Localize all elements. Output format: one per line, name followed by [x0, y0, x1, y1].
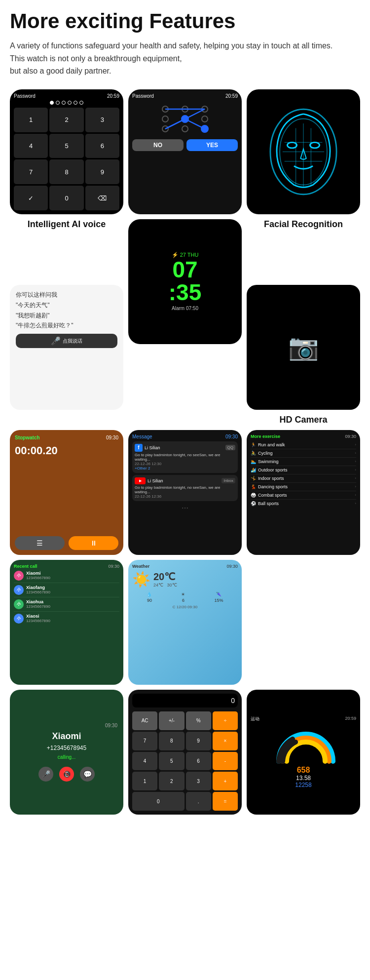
pin-dot-5	[74, 101, 77, 105]
msg-item-2[interactable]: ▶ Li Silian Inbox Go to play badminton t…	[132, 475, 238, 501]
rain-icon: 🌂	[216, 592, 222, 597]
msg-sender1: Li Silian	[145, 445, 160, 450]
calc-plus-minus[interactable]: +/-	[159, 711, 184, 730]
calc-2[interactable]: 2	[159, 772, 184, 790]
calc-6[interactable]: 6	[186, 752, 211, 771]
spacer1	[10, 415, 123, 425]
pin-key-del[interactable]: ⌫	[85, 186, 119, 210]
call-item-xiaofang[interactable]: 小 Xiaofang 12345667890	[14, 583, 119, 597]
calc-5[interactable]: 5	[159, 752, 184, 771]
pin-dot-3	[62, 101, 66, 105]
call-item-xiaosi[interactable]: 小 Xiaosi 12345667890	[14, 612, 119, 626]
weather-temp: 20℃	[153, 571, 177, 583]
ai-voice-label: Intelligent AI voice	[28, 219, 106, 230]
exercise-dancing[interactable]: 💃 Dancing sports ›	[251, 483, 356, 491]
page-subtitle: A variety of functions safeguard your he…	[10, 39, 360, 78]
cycling-chevron: ›	[355, 451, 356, 455]
sports-time: 20:59	[345, 716, 356, 722]
calling-status: calling...	[58, 754, 76, 760]
ai-ex2: "我想听越剧"	[16, 312, 117, 320]
msg-item-1[interactable]: f Li Silian QQ Go to play badminton toni…	[132, 441, 238, 473]
face-recognition-icon	[247, 89, 360, 214]
exercise-indoor[interactable]: 🤸 Indoor sports ›	[251, 474, 356, 483]
calc-7[interactable]: 7	[132, 732, 157, 750]
exercise-combat[interactable]: 🥋 Combat sports ›	[251, 491, 356, 500]
pin-key-4[interactable]: 4	[14, 134, 48, 158]
calc-divide[interactable]: ÷	[213, 711, 238, 730]
pin-key-0[interactable]: 0	[49, 186, 83, 210]
calling-card: 09:30 Xiaomi +12345678945 calling... 🎤 📵…	[10, 690, 123, 815]
pin-key-7[interactable]: 7	[14, 159, 48, 184]
calc-3[interactable]: 3	[186, 772, 211, 790]
exercise-run[interactable]: 🏃 Run and walk ›	[251, 441, 356, 449]
weather-card: Weather 09:30 ☀️ 20℃ 24℃ 30℃ 💧 90	[128, 560, 242, 685]
mic-button[interactable]: 🎤	[38, 767, 53, 782]
call-item-xiaohua[interactable]: 小 Xiaohua 12345667890	[14, 597, 119, 612]
calls-label: Recent call	[14, 564, 37, 569]
calc-1[interactable]: 1	[132, 772, 157, 790]
calc-ac[interactable]: AC	[132, 711, 157, 730]
calc-plus[interactable]: +	[213, 772, 238, 790]
calc-9[interactable]: 9	[186, 732, 211, 750]
calc-percent[interactable]: %	[186, 711, 211, 730]
pin-label: Password	[14, 93, 36, 99]
pin-key-check[interactable]: ✓	[14, 186, 48, 210]
clock-min: :35	[169, 281, 201, 304]
call-item-xiaomi[interactable]: 小 Xiaomi 12345667890	[14, 569, 119, 583]
exercise-run-label: Run and walk	[258, 442, 355, 447]
calc-multiply[interactable]: ×	[213, 732, 238, 750]
stopwatch-menu-btn[interactable]: ☰	[15, 536, 65, 550]
pin-key-5[interactable]: 5	[49, 134, 83, 158]
outdoor-chevron: ›	[355, 468, 356, 472]
exercise-ball[interactable]: ⚽ Ball sports ›	[251, 500, 356, 508]
calc-4[interactable]: 4	[132, 752, 157, 771]
row5: 09:30 Xiaomi +12345678945 calling... 🎤 📵…	[10, 690, 360, 815]
pin-key-1[interactable]: 1	[14, 108, 48, 132]
message-button[interactable]: 💬	[80, 767, 95, 782]
facial-recognition-label: Facial Recognition	[264, 219, 343, 230]
end-call-button[interactable]: 📵	[59, 767, 74, 782]
pin-key-3[interactable]: 3	[85, 108, 119, 132]
pattern-yes-btn[interactable]: YES	[186, 139, 238, 151]
calc-equals[interactable]: =	[213, 792, 238, 811]
pin-key-9[interactable]: 9	[85, 159, 119, 184]
calc-keypad: AC +/- % ÷ 7 8 9 × 4 5 6 - 1 2 3 + 0 . =	[132, 711, 238, 811]
calc-0[interactable]: 0	[132, 792, 185, 811]
exercise-cycling[interactable]: 🚴 Cycling ›	[251, 449, 356, 458]
stopwatch-pause-btn[interactable]: ⏸	[69, 536, 118, 550]
calc-dot[interactable]: .	[186, 792, 211, 811]
ai-speak-button[interactable]: 🎤 点我说话	[16, 334, 117, 348]
pin-key-6[interactable]: 6	[85, 134, 119, 158]
facial-label-cell: Facial Recognition	[247, 219, 360, 230]
calling-name: Xiaomi	[52, 731, 81, 742]
call-name-xiaomi: Xiaomi	[26, 571, 50, 576]
exercise-outdoor[interactable]: 🏄 Outdoor sports ›	[251, 466, 356, 474]
pattern-no-btn[interactable]: NO	[132, 139, 184, 151]
uv-icon: ☀	[181, 592, 185, 597]
pattern-label: Password	[132, 93, 154, 99]
exercise-swimming[interactable]: 🏊 Swimming ›	[251, 458, 356, 466]
hd-camera-label: HD Camera	[279, 415, 327, 425]
ai-btn-label: 点我说话	[63, 338, 82, 345]
gauge-chart	[274, 724, 333, 764]
svg-point-5	[202, 116, 208, 122]
youtube-icon: ▶	[135, 477, 146, 484]
exercise-combat-label: Combat sports	[258, 493, 355, 498]
msg-date2: 22-12-26 12:36	[135, 494, 235, 499]
msg-content2: Go to play badminton tonight, no seeSan,…	[135, 485, 235, 494]
stopwatch-card: Stopwatch 09:30 00:00.20 ☰ ⏸	[10, 430, 123, 555]
sports-card: 运动 20:59 658 13.58 1225	[247, 690, 360, 815]
dancing-chevron: ›	[355, 484, 356, 489]
msg-other: +Other 2	[135, 466, 235, 470]
pin-key-8[interactable]: 8	[49, 159, 83, 184]
msg-loading-icon: ⋯	[132, 504, 238, 512]
pin-dot-2	[56, 101, 60, 105]
outdoor-icon: 🏄	[251, 468, 256, 472]
calc-8[interactable]: 8	[159, 732, 184, 750]
calc-minus[interactable]: -	[213, 752, 238, 771]
pin-key-2[interactable]: 2	[49, 108, 83, 132]
camera-icon: 📷	[288, 333, 319, 361]
face-card	[247, 89, 360, 214]
exercise-swimming-label: Swimming	[258, 459, 355, 464]
exercise-spacer	[247, 560, 360, 685]
